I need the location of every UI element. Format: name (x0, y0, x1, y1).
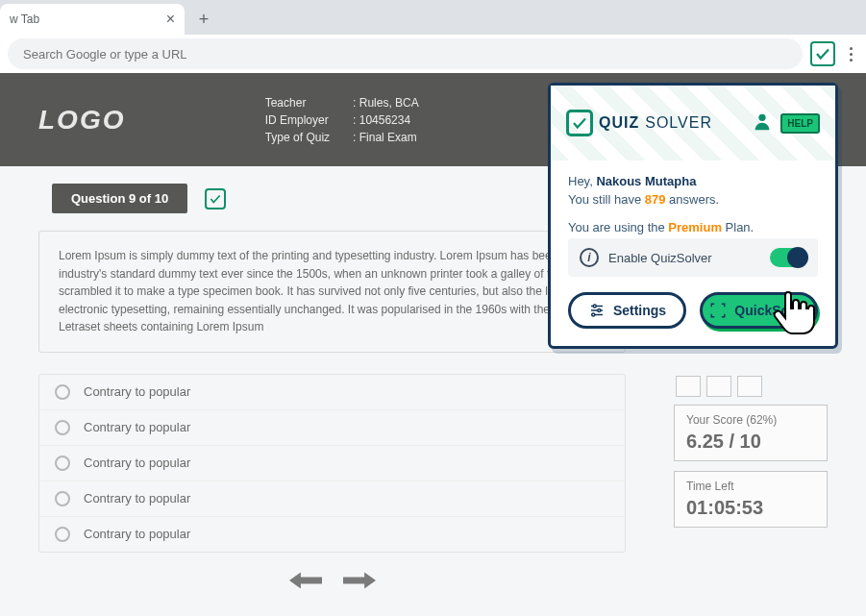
svg-point-4 (593, 305, 596, 308)
brand-word-2: SOLVER (645, 114, 712, 132)
radio-icon (55, 491, 70, 506)
timer-panel: Time Left 01:05:53 (674, 471, 828, 528)
quiz-meta: Teacher ID Employer Type of Quiz Rules, … (265, 96, 419, 144)
meta-label-id-employer: ID Employer (265, 113, 330, 127)
radio-icon (55, 384, 70, 400)
option-label: Contrary to popular (84, 384, 190, 399)
greeting-line: Hey, Nakous Mutapha (568, 174, 818, 188)
browser-tab[interactable]: w Tab × (0, 4, 185, 35)
answer-option[interactable]: Contrary to popular (39, 410, 625, 446)
radio-icon (55, 420, 70, 435)
scan-icon (709, 302, 727, 319)
plan-name: Premium (668, 220, 722, 234)
answer-option[interactable]: Contrary to popular (39, 517, 625, 552)
score-value: 6.25 / 10 (686, 431, 815, 453)
answer-option[interactable]: Contrary to popular (39, 481, 625, 517)
enable-label: Enable QuizSolver (608, 251, 760, 265)
timer-label: Time Left (686, 480, 815, 493)
answer-option[interactable]: Contrary to popular (39, 446, 625, 481)
meta-label-teacher: Teacher (265, 96, 330, 110)
timer-value: 01:05:53 (686, 497, 815, 519)
option-label: Contrary to popular (84, 491, 190, 505)
meta-value-id-employer: 10456234 (353, 113, 419, 127)
option-label: Contrary to popular (84, 527, 190, 541)
prev-question-button[interactable] (288, 570, 323, 591)
option-label: Contrary to popular (84, 456, 190, 470)
browser-tab-strip: w Tab × + (0, 0, 866, 35)
question-counter-badge: Question 9 of 10 (52, 184, 187, 213)
option-label: Contrary to popular (84, 420, 190, 434)
quizsolver-extension-icon[interactable] (810, 41, 835, 66)
tab-title: w Tab (10, 12, 39, 26)
browser-menu-icon[interactable] (843, 41, 858, 66)
svg-point-8 (592, 313, 595, 316)
svg-marker-1 (343, 572, 376, 588)
info-icon[interactable]: i (580, 248, 599, 267)
user-icon[interactable] (752, 111, 773, 136)
score-panel: Your Score (62%) 6.25 / 10 (674, 405, 828, 461)
radio-icon (55, 456, 70, 471)
plan-line: You are using the Premium Plan. (568, 220, 818, 234)
new-tab-button[interactable]: + (190, 6, 217, 33)
user-name: Nakous Mutapha (596, 174, 696, 188)
answers-remaining: You still have 879 answers. (568, 192, 818, 207)
meta-label-type: Type of Quiz (265, 131, 330, 144)
question-text: Lorem Ipsum is simply dummy text of the … (38, 231, 626, 353)
question-grid[interactable] (674, 376, 828, 397)
enable-toggle[interactable] (770, 248, 806, 267)
svg-point-6 (598, 309, 601, 312)
radio-icon (55, 527, 70, 542)
answers-count: 879 (645, 192, 666, 207)
pointer-cursor-icon (769, 288, 817, 346)
enable-toggle-row: i Enable QuizSolver (568, 238, 818, 277)
brand-word-1: QUIZ (599, 114, 639, 132)
close-icon[interactable]: × (166, 11, 175, 28)
svg-marker-0 (289, 572, 322, 588)
meta-value-type: Final Exam (353, 131, 419, 144)
settings-button[interactable]: Settings (568, 292, 686, 329)
score-label: Your Score (62%) (686, 413, 815, 427)
svg-point-2 (759, 114, 766, 121)
answer-option[interactable]: Contrary to popular (39, 375, 625, 410)
popup-logo: QUIZSOLVER (566, 110, 712, 136)
address-bar[interactable] (8, 38, 803, 69)
help-button[interactable]: HELP (780, 113, 820, 134)
sliders-icon (588, 302, 606, 319)
answer-options: Contrary to popular Contrary to popular … (38, 374, 626, 553)
check-icon (566, 110, 593, 136)
site-logo: Logo (38, 105, 125, 136)
browser-toolbar (0, 35, 866, 73)
question-checked-icon (205, 188, 226, 209)
popup-header: QUIZSOLVER HELP (551, 86, 835, 160)
settings-label: Settings (613, 303, 666, 318)
next-question-button[interactable] (342, 570, 377, 591)
meta-value-teacher: Rules, BCA (353, 96, 419, 110)
